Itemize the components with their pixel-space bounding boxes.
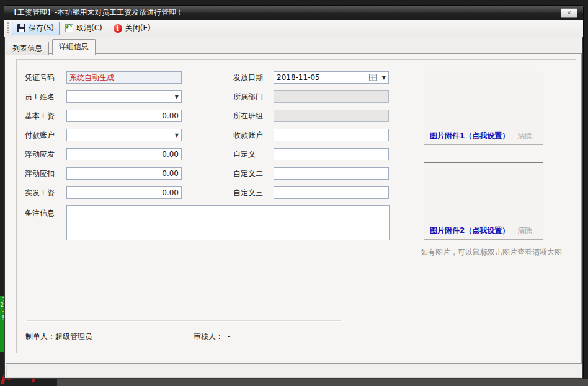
calendar-icon[interactable] — [369, 74, 377, 81]
chevron-down-icon[interactable]: ▼ — [382, 75, 386, 81]
receive-account-label: 收款账户 — [233, 129, 263, 141]
toolbar: 保存(S) 取消(C) 关闭(E) — [4, 20, 583, 37]
float-deduct-field[interactable] — [66, 167, 182, 180]
tab-detail-info[interactable]: 详细信息 — [52, 39, 96, 55]
creator-label: 制单人： — [25, 330, 55, 343]
window-title: 【工资管理】-本功能用来对员工工资发放进行管理！ — [10, 8, 184, 17]
image-hint-text: 如有图片，可以鼠标双击图片查看清晰大图 — [421, 247, 562, 258]
custom3-label: 自定义三 — [233, 186, 263, 199]
close-button-label: 关闭(E) — [125, 23, 151, 33]
employee-name-select[interactable]: ▼ — [66, 90, 182, 103]
team-field — [274, 110, 389, 122]
team-label: 所在班组 — [233, 110, 263, 122]
receive-account-field[interactable] — [274, 129, 389, 141]
net-salary-field[interactable] — [66, 186, 182, 199]
issue-date-label: 发放日期 — [233, 71, 263, 84]
image-attachment-2-box[interactable]: 图片附件2（点我设置） 清除 — [424, 162, 543, 240]
custom2-label: 自定义二 — [233, 167, 263, 180]
tab-list-info[interactable]: 列表信息 — [6, 42, 49, 55]
custom1-field[interactable] — [274, 148, 389, 160]
voucher-number-label: 凭证号码 — [25, 71, 55, 84]
float-payable-field[interactable] — [66, 148, 182, 160]
float-payable-label: 浮动应发 — [25, 148, 55, 160]
footer-divider — [27, 320, 341, 322]
close-icon: ✕ — [567, 10, 572, 16]
form-panel: 凭证号码 员工姓名 ▼ 基本工资 付款账户 ▼ 浮动应发 浮动应扣 实发工资 备… — [16, 59, 576, 353]
chevron-down-icon: ▼ — [175, 94, 179, 100]
base-salary-field[interactable] — [66, 110, 182, 122]
remarks-label: 备注信息 — [25, 207, 55, 219]
tab-strip: 列表信息 详细信息 — [6, 39, 96, 54]
custom1-label: 自定义一 — [233, 148, 263, 160]
auditor-value: - — [228, 330, 230, 343]
info-icon — [114, 24, 122, 33]
toolbar-grip — [7, 22, 9, 35]
net-salary-label: 实发工资 — [25, 186, 55, 199]
custom3-field[interactable] — [274, 186, 389, 199]
department-field — [274, 90, 389, 103]
department-label: 所属部门 — [233, 90, 263, 103]
pay-account-label: 付款账户 — [25, 129, 55, 141]
creator-value: 超级管理员 — [55, 330, 92, 343]
image-attachment-1-set-link[interactable]: 图片附件1（点我设置） — [430, 131, 509, 140]
custom2-field[interactable] — [274, 167, 389, 180]
save-button-label: 保存(S) — [29, 23, 54, 33]
image-attachment-1-clear-link[interactable]: 清除 — [517, 131, 532, 140]
auditor-label: 审核人： — [194, 330, 223, 343]
cancel-button[interactable]: 取消(C) — [60, 22, 108, 35]
image-attachment-2-set-link[interactable]: 图片附件2（点我设置） — [430, 226, 509, 235]
remarks-textarea[interactable] — [66, 205, 390, 240]
chevron-down-icon: ▼ — [175, 133, 179, 139]
detail-tab-page: 凭证号码 员工姓名 ▼ 基本工资 付款账户 ▼ 浮动应发 浮动应扣 实发工资 备… — [6, 53, 582, 364]
window-close-button[interactable]: ✕ — [561, 8, 577, 18]
voucher-number-field — [66, 71, 182, 84]
undo-icon — [65, 24, 73, 32]
save-button[interactable]: 保存(S) — [12, 22, 60, 35]
employee-name-label: 员工姓名 — [25, 90, 55, 103]
close-button[interactable]: 关闭(E) — [108, 22, 156, 35]
window-titlebar: 【工资管理】-本功能用来对员工工资发放进行管理！ ✕ — [4, 6, 583, 20]
floppy-disk-icon — [17, 24, 25, 32]
image-attachment-1-box[interactable]: 图片附件1（点我设置） 清除 — [424, 71, 543, 145]
taskbar-strip — [57, 379, 588, 386]
pay-account-select[interactable]: ▼ — [66, 129, 182, 141]
float-deduct-label: 浮动应扣 — [25, 167, 55, 180]
base-salary-label: 基本工资 — [25, 110, 55, 122]
issue-date-field[interactable]: 2018-11-05 ▼ — [274, 71, 389, 84]
issue-date-value: 2018-11-05 — [277, 73, 320, 82]
status-bar — [6, 366, 581, 378]
image-attachment-2-clear-link[interactable]: 清除 — [517, 226, 532, 235]
salary-management-window: 【工资管理】-本功能用来对员工工资发放进行管理！ ✕ 保存(S) 取消(C) 关… — [4, 5, 584, 379]
cancel-button-label: 取消(C) — [76, 23, 102, 33]
